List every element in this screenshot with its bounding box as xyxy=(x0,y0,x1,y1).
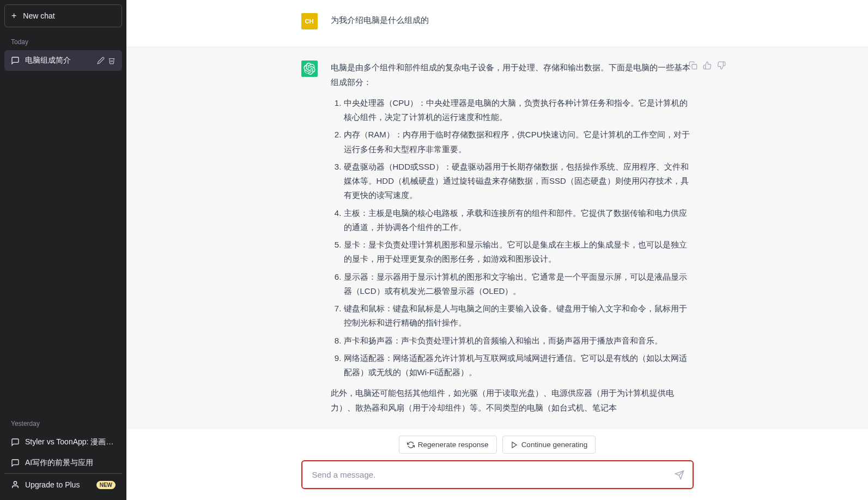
svg-point-0 xyxy=(14,481,16,484)
send-button[interactable] xyxy=(674,469,685,480)
message-input[interactable] xyxy=(304,462,691,487)
assistant-list-item: 主板：主板是电脑的核心电路板，承载和连接所有的组件和部件。它提供了数据传输和电力… xyxy=(344,206,694,235)
regenerate-button[interactable]: Regenerate response xyxy=(399,436,497,454)
regenerate-label: Regenerate response xyxy=(418,441,489,449)
action-buttons-row: Regenerate response Continue generating xyxy=(399,436,596,454)
assistant-message-content: 电脑是由多个组件和部件组成的复杂电子设备，用于处理、存储和输出数据。下面是电脑的… xyxy=(331,61,694,421)
assistant-intro: 电脑是由多个组件和部件组成的复杂电子设备，用于处理、存储和输出数据。下面是电脑的… xyxy=(331,61,694,89)
continue-button[interactable]: Continue generating xyxy=(502,436,596,454)
user-message-content: 为我介绍电脑是什么组成的 xyxy=(331,13,694,34)
edit-icon[interactable] xyxy=(97,57,105,64)
plus-icon: + xyxy=(11,11,16,20)
main-area: CH 为我介绍电脑是什么组成的 电脑是由多个组件和部件组成的复杂电子设备，用于处… xyxy=(126,0,868,500)
assistant-list-item: 显卡：显卡负责处理计算机图形和显示输出。它可以是集成在主板上的集成显卡，也可以是… xyxy=(344,238,694,267)
refresh-icon xyxy=(407,441,415,449)
assistant-list-item: 网络适配器：网络适配器允许计算机与互联网或局域网进行通信。它可以是有线的（如以太… xyxy=(344,351,694,380)
continue-label: Continue generating xyxy=(521,441,588,449)
assistant-message: 电脑是由多个组件和部件组成的复杂电子设备，用于处理、存储和输出数据。下面是电脑的… xyxy=(126,47,868,429)
chat-item-active[interactable]: 电脑组成简介 xyxy=(4,50,122,71)
chat-bubble-icon xyxy=(11,438,20,447)
thumbs-up-icon[interactable] xyxy=(702,61,712,70)
yesterday-label: Yesterday xyxy=(4,415,122,432)
assistant-avatar xyxy=(301,61,318,77)
new-chat-button[interactable]: + New chat xyxy=(4,4,122,27)
assistant-list-item: 中央处理器（CPU）：中央处理器是电脑的大脑，负责执行各种计算任务和指令。它是计… xyxy=(344,96,694,125)
svg-rect-1 xyxy=(692,64,697,69)
chat-item-title: 电脑组成简介 xyxy=(25,56,92,65)
new-badge: NEW xyxy=(96,481,116,489)
user-message: CH 为我介绍电脑是什么组成的 xyxy=(126,0,868,47)
continue-icon xyxy=(511,441,518,449)
input-wrapper xyxy=(301,460,694,489)
assistant-list-item: 声卡和扬声器：声卡负责处理计算机的音频输入和输出，而扬声器用于播放声音和音乐。 xyxy=(344,334,694,348)
sidebar-bottom: Yesterday Styler vs ToonApp: 漫画脸优势 AI写作的… xyxy=(4,409,122,496)
user-icon xyxy=(11,480,20,489)
assistant-list: 中央处理器（CPU）：中央处理器是电脑的大脑，负责执行各种计算任务和指令。它是计… xyxy=(331,96,694,380)
copy-icon[interactable] xyxy=(688,61,698,70)
assistant-list-item: 硬盘驱动器（HDD或SSD）：硬盘驱动器用于长期存储数据，包括操作系统、应用程序… xyxy=(344,160,694,203)
user-avatar-text: CH xyxy=(305,18,314,25)
thumbs-down-icon[interactable] xyxy=(717,61,726,70)
chat-bubble-icon xyxy=(11,56,20,65)
assistant-outro: 此外，电脑还可能包括其他组件，如光驱（用于读取光盘）、电源供应器（用于为计算机提… xyxy=(331,386,694,415)
delete-icon[interactable] xyxy=(108,57,116,64)
chat-item-title: AI写作的前景与应用 xyxy=(25,458,116,468)
user-message-text: 为我介绍电脑是什么组成的 xyxy=(331,13,694,27)
assistant-list-item: 显示器：显示器用于显示计算机的图形和文字输出。它通常是一个平面显示屏，可以是液晶… xyxy=(344,270,694,299)
sidebar-yesterday-section: Yesterday Styler vs ToonApp: 漫画脸优势 AI写作的… xyxy=(4,415,122,473)
input-area: Regenerate response Continue generating xyxy=(126,429,868,500)
chat-item[interactable]: Styler vs ToonApp: 漫画脸优势 xyxy=(4,432,122,453)
chat-item-title: Styler vs ToonApp: 漫画脸优势 xyxy=(25,437,116,447)
chat-item[interactable]: AI写作的前景与应用 xyxy=(4,453,122,473)
message-actions xyxy=(688,61,726,70)
upgrade-button[interactable]: Upgrade to Plus NEW xyxy=(4,473,122,496)
sidebar-today-section: Today 电脑组成简介 xyxy=(4,34,122,71)
conversation[interactable]: CH 为我介绍电脑是什么组成的 电脑是由多个组件和部件组成的复杂电子设备，用于处… xyxy=(126,0,868,429)
sidebar: + New chat Today 电脑组成简介 Yesterday xyxy=(0,0,126,500)
svg-marker-2 xyxy=(512,442,517,448)
user-avatar: CH xyxy=(301,13,318,29)
chat-bubble-icon xyxy=(11,459,20,467)
upgrade-label: Upgrade to Plus xyxy=(25,480,80,489)
assistant-list-item: 内存（RAM）：内存用于临时存储数据和程序，供CPU快速访问。它是计算机的工作空… xyxy=(344,128,694,156)
today-label: Today xyxy=(4,34,122,50)
assistant-list-item: 键盘和鼠标：键盘和鼠标是人与电脑之间的主要输入设备。键盘用于输入文字和命令，鼠标… xyxy=(344,302,694,330)
new-chat-label: New chat xyxy=(23,11,54,20)
